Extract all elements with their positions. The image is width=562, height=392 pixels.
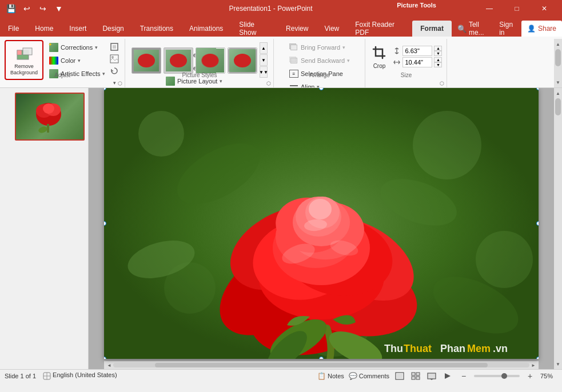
style-thumb-2[interactable] <box>164 47 193 74</box>
slide-canvas[interactable]: Thu Thuat Phan Mem .vn <box>104 88 539 359</box>
corrections-button[interactable]: ✦ Corrections ▾ <box>47 41 107 54</box>
align-icon <box>289 83 298 88</box>
bring-forward-button[interactable]: Bring Forward ▾ <box>287 41 348 54</box>
ribbon-scroll-up[interactable]: ▲ <box>554 40 562 48</box>
width-input[interactable] <box>402 57 432 67</box>
svg-point-41 <box>309 199 332 219</box>
normal-view-button[interactable] <box>394 371 405 381</box>
tell-me-area[interactable]: 🔍 Tell me... <box>452 21 493 37</box>
svg-rect-1 <box>23 48 32 55</box>
maximize-button[interactable]: □ <box>504 0 530 17</box>
main-area: 1 <box>0 88 562 369</box>
svg-point-19 <box>476 231 533 288</box>
close-button[interactable]: ✕ <box>531 0 557 17</box>
styles-expand-icon[interactable]: ⬡ <box>266 81 271 86</box>
svg-text:.vn: .vn <box>493 343 508 354</box>
color-chevron: ▾ <box>78 58 81 63</box>
status-bar: Slide 1 of 1 English (United States) 📋 N… <box>0 369 562 382</box>
slide-thumbnail[interactable] <box>15 93 85 141</box>
size-inputs: ▲ ▼ ▲ ▼ <box>393 46 442 67</box>
canvas-area[interactable]: Thu Thuat Phan Mem .vn <box>89 88 554 369</box>
align-button[interactable]: Align ▾ <box>287 81 322 88</box>
share-button[interactable]: 👤 Share <box>521 21 562 37</box>
tab-bar-right: 🔍 Tell me... Sign in 👤 Share <box>452 17 562 37</box>
undo-icon[interactable]: ↩ <box>21 2 33 15</box>
size-expand-icon[interactable]: ⬡ <box>440 81 444 86</box>
hscroll-right[interactable]: ► <box>529 361 537 369</box>
slideshow-button[interactable] <box>442 371 453 381</box>
hscroll-left[interactable]: ◄ <box>105 361 113 369</box>
tab-format[interactable]: Format <box>412 21 452 37</box>
tab-design[interactable]: Design <box>94 21 131 37</box>
tab-insert[interactable]: Insert <box>61 21 94 37</box>
arrange-group: Bring Forward ▾ Send Backward ▾ ≡ Select… <box>274 39 365 87</box>
tab-review[interactable]: Review <box>278 21 316 37</box>
tab-foxit[interactable]: Foxit Reader PDF <box>347 21 412 37</box>
compress-icon[interactable] <box>109 41 120 53</box>
style-thumb-4[interactable] <box>228 47 257 74</box>
styles-scroll-down[interactable]: ▼ <box>260 54 268 66</box>
height-spinner: ▲ ▼ <box>434 46 442 56</box>
thumb-rose-4 <box>231 52 254 69</box>
zoom-slider[interactable] <box>474 375 520 377</box>
style-thumb-4-inner <box>228 48 257 73</box>
zoom-thumb[interactable] <box>501 373 507 379</box>
width-spinner: ▲ ▼ <box>434 57 442 67</box>
tab-animations[interactable]: Animations <box>181 21 231 37</box>
hscroll-thumb[interactable] <box>155 363 488 367</box>
mini-rose-svg <box>27 98 73 135</box>
main-scroll-thumb[interactable] <box>555 98 561 115</box>
zoom-in-button[interactable]: + <box>524 371 536 381</box>
h-scrollbar-container: ◄ ► <box>104 361 539 369</box>
minimize-button[interactable]: — <box>476 0 503 17</box>
save-icon[interactable]: 💾 <box>5 2 17 15</box>
slide-sorter-button[interactable] <box>410 371 421 381</box>
status-bar-right: 📋 Notes 💬 Comments − + 75% <box>317 371 557 381</box>
svg-rect-62 <box>428 373 436 379</box>
crop-button[interactable]: Crop <box>370 43 388 70</box>
customize-icon[interactable]: ▼ <box>53 2 65 15</box>
tab-home[interactable]: Home <box>27 21 61 37</box>
zoom-out-button[interactable]: − <box>458 371 469 381</box>
style-thumb-1[interactable] <box>131 47 161 74</box>
main-scroll-down[interactable]: ▼ <box>554 360 562 368</box>
svg-rect-57 <box>397 374 402 378</box>
tab-view[interactable]: View <box>316 21 347 37</box>
color-button[interactable]: Color ▾ <box>47 54 107 67</box>
change-picture-icon[interactable] <box>109 53 120 65</box>
svg-point-18 <box>413 111 481 179</box>
handle-br[interactable] <box>536 357 539 359</box>
width-up[interactable]: ▲ <box>434 57 442 62</box>
ribbon-scroll-down[interactable]: ▼ <box>554 78 562 86</box>
height-down[interactable]: ▼ <box>434 51 442 56</box>
send-backward-button[interactable]: Send Backward ▾ <box>287 54 352 67</box>
align-chevron: ▾ <box>317 84 320 88</box>
width-icon <box>393 58 401 66</box>
height-up[interactable]: ▲ <box>434 46 442 51</box>
signin-button[interactable]: Sign in <box>493 21 521 37</box>
handle-bc[interactable] <box>319 357 324 359</box>
send-backward-chevron: ▾ <box>347 58 350 63</box>
adjust-expand-icon[interactable]: ⬡ <box>118 81 122 86</box>
thumb-rose-2 <box>167 52 190 69</box>
corrections-icon: ✦ <box>49 43 58 52</box>
tab-slideshow[interactable]: Slide Show <box>231 21 278 37</box>
notes-button[interactable]: 📋 Notes <box>317 372 344 380</box>
handle-mr[interactable] <box>536 221 539 226</box>
styles-scroll-up[interactable]: ▲ <box>260 42 268 54</box>
tab-file[interactable]: File <box>0 21 27 37</box>
ribbon-scroll-track <box>555 49 561 77</box>
height-input[interactable] <box>402 46 432 56</box>
style-thumb-3[interactable] <box>196 47 225 74</box>
picture-styles-label: Picture Styles <box>125 71 273 79</box>
reading-view-button[interactable] <box>426 371 437 381</box>
comments-button[interactable]: 💬 Comments <box>349 372 389 380</box>
tab-transitions[interactable]: Transitions <box>132 21 181 37</box>
remove-bg-svg <box>15 46 35 63</box>
main-scroll-up[interactable]: ▲ <box>554 89 562 97</box>
redo-icon[interactable]: ↪ <box>37 2 49 15</box>
main-scroll-track <box>555 98 561 359</box>
width-down[interactable]: ▼ <box>434 62 442 67</box>
ribbon-scroll-thumb[interactable] <box>555 49 561 66</box>
h-scrollbar[interactable]: ◄ ► <box>104 361 539 369</box>
